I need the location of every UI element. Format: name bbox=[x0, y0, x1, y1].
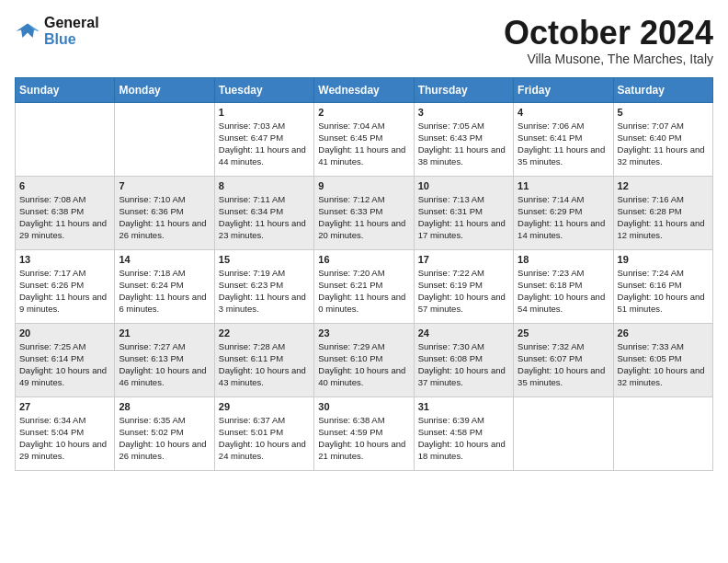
week-row-3: 13Sunrise: 7:17 AMSunset: 6:26 PMDayligh… bbox=[16, 249, 713, 323]
day-number: 22 bbox=[219, 327, 310, 339]
day-number: 17 bbox=[418, 254, 509, 265]
day-detail: Sunrise: 7:14 AMSunset: 6:29 PMDaylight:… bbox=[518, 194, 605, 241]
day-detail: Sunrise: 7:05 AMSunset: 6:43 PMDaylight:… bbox=[418, 121, 506, 167]
logo-text: General Blue bbox=[44, 15, 99, 47]
day-detail: Sunrise: 6:39 AMSunset: 4:58 PMDaylight:… bbox=[418, 415, 506, 462]
day-detail: Sunrise: 7:07 AMSunset: 6:40 PMDaylight:… bbox=[618, 121, 705, 167]
logo-bird-icon bbox=[15, 18, 40, 44]
title-block: October 2024 Villa Musone, The Marches, … bbox=[504, 15, 713, 66]
week-row-5: 27Sunrise: 6:34 AMSunset: 5:04 PMDayligh… bbox=[16, 396, 713, 470]
calendar-cell: 12Sunrise: 7:16 AMSunset: 6:28 PMDayligh… bbox=[613, 176, 712, 249]
day-detail: Sunrise: 7:06 AMSunset: 6:41 PMDaylight:… bbox=[518, 121, 605, 167]
calendar-cell: 15Sunrise: 7:19 AMSunset: 6:23 PMDayligh… bbox=[214, 249, 313, 323]
header-day-thursday: Thursday bbox=[414, 77, 513, 102]
day-number: 8 bbox=[219, 180, 310, 191]
day-number: 3 bbox=[418, 107, 509, 118]
day-detail: Sunrise: 7:23 AMSunset: 6:18 PMDaylight:… bbox=[518, 268, 605, 315]
day-number: 14 bbox=[119, 254, 210, 265]
day-detail: Sunrise: 7:30 AMSunset: 6:08 PMDaylight:… bbox=[418, 341, 506, 388]
day-number: 9 bbox=[318, 180, 409, 191]
calendar-cell: 26Sunrise: 7:33 AMSunset: 6:05 PMDayligh… bbox=[613, 323, 712, 396]
day-detail: Sunrise: 7:22 AMSunset: 6:19 PMDaylight:… bbox=[418, 268, 506, 315]
day-number: 24 bbox=[418, 327, 509, 339]
day-number: 27 bbox=[19, 401, 110, 412]
calendar-cell: 24Sunrise: 7:30 AMSunset: 6:08 PMDayligh… bbox=[414, 323, 513, 396]
header-day-saturday: Saturday bbox=[613, 77, 712, 102]
day-detail: Sunrise: 7:17 AMSunset: 6:26 PMDaylight:… bbox=[19, 268, 107, 315]
day-number: 29 bbox=[219, 401, 310, 412]
calendar-cell: 21Sunrise: 7:27 AMSunset: 6:13 PMDayligh… bbox=[115, 323, 214, 396]
header-day-sunday: Sunday bbox=[16, 77, 115, 102]
calendar-cell: 4Sunrise: 7:06 AMSunset: 6:41 PMDaylight… bbox=[514, 102, 613, 176]
calendar-cell bbox=[613, 396, 712, 470]
day-number: 21 bbox=[119, 327, 210, 339]
calendar-cell: 16Sunrise: 7:20 AMSunset: 6:21 PMDayligh… bbox=[314, 249, 414, 323]
day-number: 1 bbox=[219, 107, 310, 118]
day-detail: Sunrise: 7:11 AMSunset: 6:34 PMDaylight:… bbox=[219, 194, 306, 241]
day-detail: Sunrise: 7:28 AMSunset: 6:11 PMDaylight:… bbox=[219, 341, 306, 388]
week-row-1: 1Sunrise: 7:03 AMSunset: 6:47 PMDaylight… bbox=[16, 102, 713, 176]
day-number: 16 bbox=[318, 254, 409, 265]
calendar-cell: 10Sunrise: 7:13 AMSunset: 6:31 PMDayligh… bbox=[414, 176, 513, 249]
calendar-cell: 7Sunrise: 7:10 AMSunset: 6:36 PMDaylight… bbox=[115, 176, 214, 249]
calendar-cell: 31Sunrise: 6:39 AMSunset: 4:58 PMDayligh… bbox=[414, 396, 513, 470]
calendar-cell: 30Sunrise: 6:38 AMSunset: 4:59 PMDayligh… bbox=[314, 396, 414, 470]
day-detail: Sunrise: 7:18 AMSunset: 6:24 PMDaylight:… bbox=[119, 268, 206, 315]
day-number: 12 bbox=[618, 180, 709, 191]
calendar-cell: 9Sunrise: 7:12 AMSunset: 6:33 PMDaylight… bbox=[314, 176, 414, 249]
day-number: 7 bbox=[119, 180, 210, 191]
day-number: 31 bbox=[418, 401, 509, 412]
header-day-tuesday: Tuesday bbox=[214, 77, 313, 102]
logo: General Blue bbox=[15, 15, 99, 47]
day-detail: Sunrise: 6:37 AMSunset: 5:01 PMDaylight:… bbox=[219, 415, 306, 462]
day-number: 19 bbox=[618, 254, 709, 265]
header-day-friday: Friday bbox=[514, 77, 613, 102]
calendar-cell bbox=[16, 102, 115, 176]
day-number: 13 bbox=[19, 254, 110, 265]
calendar-cell: 29Sunrise: 6:37 AMSunset: 5:01 PMDayligh… bbox=[214, 396, 313, 470]
calendar-cell: 6Sunrise: 7:08 AMSunset: 6:38 PMDaylight… bbox=[16, 176, 115, 249]
day-number: 6 bbox=[19, 180, 110, 191]
calendar-cell bbox=[115, 102, 214, 176]
logo-blue: Blue bbox=[44, 31, 99, 48]
calendar-cell: 22Sunrise: 7:28 AMSunset: 6:11 PMDayligh… bbox=[214, 323, 313, 396]
calendar-header-row: SundayMondayTuesdayWednesdayThursdayFrid… bbox=[16, 77, 713, 102]
day-number: 23 bbox=[318, 327, 409, 339]
calendar-cell: 28Sunrise: 6:35 AMSunset: 5:02 PMDayligh… bbox=[115, 396, 214, 470]
day-detail: Sunrise: 6:34 AMSunset: 5:04 PMDaylight:… bbox=[19, 415, 107, 462]
month-title: October 2024 bbox=[504, 15, 713, 52]
week-row-2: 6Sunrise: 7:08 AMSunset: 6:38 PMDaylight… bbox=[16, 176, 713, 249]
week-row-4: 20Sunrise: 7:25 AMSunset: 6:14 PMDayligh… bbox=[16, 323, 713, 396]
day-number: 2 bbox=[318, 107, 409, 118]
day-detail: Sunrise: 7:29 AMSunset: 6:10 PMDaylight:… bbox=[318, 341, 405, 388]
day-number: 4 bbox=[518, 107, 609, 118]
day-number: 18 bbox=[518, 254, 609, 265]
calendar-cell: 13Sunrise: 7:17 AMSunset: 6:26 PMDayligh… bbox=[16, 249, 115, 323]
calendar-cell: 17Sunrise: 7:22 AMSunset: 6:19 PMDayligh… bbox=[414, 249, 513, 323]
calendar-cell: 3Sunrise: 7:05 AMSunset: 6:43 PMDaylight… bbox=[414, 102, 513, 176]
day-detail: Sunrise: 7:20 AMSunset: 6:21 PMDaylight:… bbox=[318, 268, 405, 315]
calendar-cell: 27Sunrise: 6:34 AMSunset: 5:04 PMDayligh… bbox=[16, 396, 115, 470]
day-detail: Sunrise: 7:32 AMSunset: 6:07 PMDaylight:… bbox=[518, 341, 605, 388]
day-number: 11 bbox=[518, 180, 609, 191]
day-detail: Sunrise: 6:38 AMSunset: 4:59 PMDaylight:… bbox=[318, 415, 405, 462]
calendar-cell: 19Sunrise: 7:24 AMSunset: 6:16 PMDayligh… bbox=[613, 249, 712, 323]
calendar-cell: 23Sunrise: 7:29 AMSunset: 6:10 PMDayligh… bbox=[314, 323, 414, 396]
svg-marker-0 bbox=[16, 23, 39, 37]
day-detail: Sunrise: 7:13 AMSunset: 6:31 PMDaylight:… bbox=[418, 194, 506, 241]
page-header: General Blue October 2024 Villa Musone, … bbox=[15, 15, 713, 66]
logo-general: General bbox=[44, 15, 99, 31]
day-detail: Sunrise: 6:35 AMSunset: 5:02 PMDaylight:… bbox=[119, 415, 206, 462]
calendar-cell: 8Sunrise: 7:11 AMSunset: 6:34 PMDaylight… bbox=[214, 176, 313, 249]
day-number: 30 bbox=[318, 401, 409, 412]
day-number: 10 bbox=[418, 180, 509, 191]
day-number: 28 bbox=[119, 401, 210, 412]
day-detail: Sunrise: 7:10 AMSunset: 6:36 PMDaylight:… bbox=[119, 194, 206, 241]
calendar-cell: 25Sunrise: 7:32 AMSunset: 6:07 PMDayligh… bbox=[514, 323, 613, 396]
header-day-monday: Monday bbox=[115, 77, 214, 102]
day-number: 25 bbox=[518, 327, 609, 339]
day-number: 15 bbox=[219, 254, 310, 265]
day-detail: Sunrise: 7:27 AMSunset: 6:13 PMDaylight:… bbox=[119, 341, 206, 388]
day-detail: Sunrise: 7:16 AMSunset: 6:28 PMDaylight:… bbox=[618, 194, 705, 241]
day-number: 20 bbox=[19, 327, 110, 339]
